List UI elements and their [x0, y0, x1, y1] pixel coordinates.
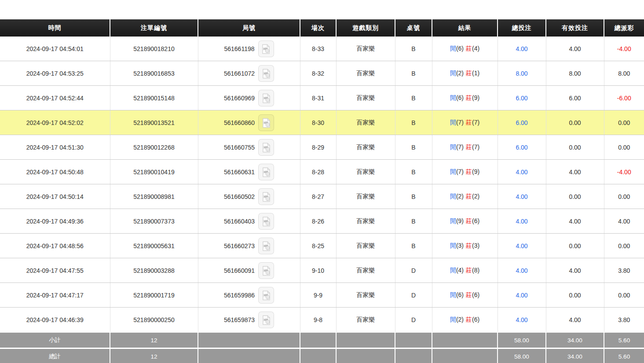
- video-replay-icon: [261, 315, 271, 325]
- col-header-valid-bet: 有效投注: [546, 19, 604, 37]
- table-row[interactable]: 2024-09-17 04:47:17521890001719561659986…: [0, 283, 644, 308]
- summary-valid-bet: 34.00: [546, 332, 604, 348]
- time-cell: 2024-09-17 04:50:48: [0, 160, 110, 184]
- round-number: 561660860: [224, 119, 255, 126]
- round-cell: 561660755: [198, 135, 300, 160]
- total-bet-cell[interactable]: 6.00: [498, 110, 546, 135]
- session-cell: 8-33: [300, 37, 336, 61]
- player-label: 閒: [450, 119, 456, 126]
- video-replay-button[interactable]: [258, 238, 274, 254]
- round-number: 561660755: [224, 144, 255, 151]
- total-bet-cell[interactable]: 4.00: [498, 160, 546, 184]
- banker-score: (3): [472, 242, 479, 249]
- table-row[interactable]: 2024-09-17 04:47:55521890003288561660091…: [0, 258, 644, 283]
- table-row[interactable]: 2024-09-17 04:53:25521890016853561661072…: [0, 61, 644, 86]
- time-cell: 2024-09-17 04:51:30: [0, 135, 110, 160]
- game-type-cell: 百家樂: [336, 283, 395, 308]
- total-bet-cell[interactable]: 4.00: [498, 37, 546, 61]
- round-number: 561661198: [224, 45, 254, 52]
- total-bet-cell[interactable]: 4.00: [498, 209, 546, 234]
- result-cell: 閒(6)莊(6): [432, 283, 498, 308]
- session-cell: 8-27: [300, 184, 336, 209]
- table-code-cell: B: [395, 234, 432, 258]
- time-cell: 2024-09-17 04:48:56: [0, 234, 110, 258]
- game-type-cell: 百家樂: [336, 184, 395, 209]
- session-cell: 8-26: [300, 209, 336, 234]
- video-replay-button[interactable]: [258, 213, 274, 230]
- game-type-cell: 百家樂: [336, 61, 395, 86]
- result-cell: 閒(3)莊(3): [432, 234, 498, 258]
- col-header-payout: 總派彩: [604, 19, 644, 37]
- round-wrap: 561660502: [224, 188, 274, 205]
- total-bet-cell[interactable]: 4.00: [498, 184, 546, 209]
- banker-label: 莊: [466, 168, 472, 175]
- round-cell: 561660860: [198, 110, 300, 135]
- player-score: (2): [456, 193, 464, 200]
- round-number: 561660631: [224, 169, 255, 176]
- total-bet-cell[interactable]: 8.00: [498, 61, 546, 86]
- video-replay-button[interactable]: [258, 164, 274, 180]
- result-cell: 閒(2)莊(2): [432, 184, 498, 209]
- video-replay-button[interactable]: [258, 114, 274, 131]
- table-row[interactable]: 2024-09-17 04:54:01521890018210561661198…: [0, 37, 644, 61]
- total-bet-cell[interactable]: 6.00: [498, 86, 546, 110]
- round-cell: 561660091: [198, 258, 300, 283]
- round-number: 561660403: [224, 218, 255, 225]
- video-replay-button[interactable]: [258, 139, 274, 156]
- payout-cell: 0.00: [604, 135, 644, 160]
- time-cell: 2024-09-17 04:47:55: [0, 258, 110, 283]
- table-row[interactable]: 2024-09-17 04:52:02521890013521561660860…: [0, 110, 644, 135]
- game-type-cell: 百家樂: [336, 209, 395, 234]
- summary-valid-bet: 34.00: [546, 348, 604, 363]
- video-replay-icon: [261, 44, 271, 54]
- game-type-cell: 百家樂: [336, 86, 395, 110]
- player-score: (3): [456, 242, 464, 249]
- video-replay-icon: [261, 191, 271, 202]
- total-bet-cell[interactable]: 4.00: [498, 234, 546, 258]
- time-cell: 2024-09-17 04:52:44: [0, 86, 110, 110]
- table-code-cell: B: [395, 61, 432, 86]
- total-bet-cell[interactable]: 4.00: [498, 308, 546, 333]
- table-row[interactable]: 2024-09-17 04:52:44521890015148561660969…: [0, 86, 644, 110]
- summary-total-bet: 58.00: [498, 332, 546, 348]
- table-row[interactable]: 2024-09-17 04:50:14521890008981561660502…: [0, 184, 644, 209]
- banker-score: (6): [472, 217, 479, 224]
- total-bet-cell[interactable]: 4.00: [498, 283, 546, 308]
- subtotal-row: 小計1258.0034.005.60: [0, 332, 644, 348]
- bet-history-page: 時間 注單編號 局號 場次 遊戲類別 桌號 結果 總投注 有效投注 總派彩 20…: [0, 0, 644, 363]
- time-cell: 2024-09-17 04:52:02: [0, 110, 110, 135]
- game-type-cell: 百家樂: [336, 160, 395, 184]
- table-row[interactable]: 2024-09-17 04:51:30521890012268561660755…: [0, 135, 644, 160]
- bet-id-cell: 521890012268: [110, 135, 198, 160]
- valid-bet-cell: 4.00: [546, 160, 604, 184]
- table-row[interactable]: 2024-09-17 04:50:48521890010419561660631…: [0, 160, 644, 184]
- player-score: (6): [456, 291, 464, 298]
- summary-empty: [395, 348, 432, 363]
- session-cell: 8-29: [300, 135, 336, 160]
- player-score: (4): [456, 267, 464, 274]
- table-row[interactable]: 2024-09-17 04:48:56521890005631561660273…: [0, 234, 644, 258]
- table-row[interactable]: 2024-09-17 04:46:39521890000250561659873…: [0, 308, 644, 333]
- valid-bet-cell: 4.00: [546, 37, 604, 61]
- total-bet-cell[interactable]: 6.00: [498, 135, 546, 160]
- video-replay-button[interactable]: [258, 65, 274, 82]
- round-wrap: 561660403: [224, 213, 274, 230]
- total-bet-cell[interactable]: 4.00: [498, 258, 546, 283]
- video-replay-button[interactable]: [258, 312, 274, 328]
- result-cell: 閒(2)莊(1): [432, 61, 498, 86]
- payout-cell: 0.00: [604, 184, 644, 209]
- video-replay-button[interactable]: [258, 90, 274, 106]
- player-score: (6): [456, 45, 464, 52]
- video-replay-button[interactable]: [258, 262, 274, 279]
- summary-empty: [300, 348, 336, 363]
- video-replay-button[interactable]: [258, 287, 274, 304]
- player-label: 閒: [450, 242, 456, 249]
- col-header-result: 結果: [432, 19, 498, 37]
- video-replay-button[interactable]: [258, 40, 274, 57]
- video-replay-button[interactable]: [258, 188, 274, 205]
- round-wrap: 561660273: [224, 238, 274, 254]
- table-code-cell: B: [395, 37, 432, 61]
- banker-score: (9): [472, 168, 479, 175]
- table-row[interactable]: 2024-09-17 04:49:36521890007373561660403…: [0, 209, 644, 234]
- game-type-cell: 百家樂: [336, 308, 395, 333]
